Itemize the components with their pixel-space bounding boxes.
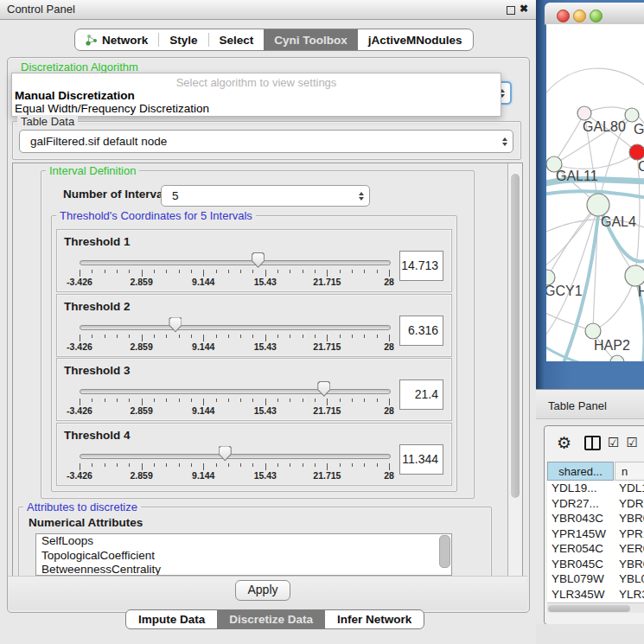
slider-track[interactable] [80,325,391,330]
horizontal-scrollbar[interactable] [547,603,644,613]
slider-tick [252,335,253,338]
slider-thumb[interactable] [219,446,232,462]
checkbox-icon[interactable]: ☑ [608,435,619,450]
network-node-right-mid[interactable] [625,265,644,286]
network-canvas[interactable]: GAL80GACGAL11GAL4GCY1HHAP2 [546,24,644,361]
network-node-bottom-partial[interactable] [610,355,624,361]
slider-tick [117,270,118,273]
table-row[interactable]: YBL079WYBL0 [547,571,644,587]
tab-network[interactable]: Network [75,29,158,50]
tab-cyni-toolbox[interactable]: Cyni Toolbox [264,29,358,50]
threshold-value-field[interactable]: 14.713 [399,251,443,281]
mode-tab-impute-data[interactable]: Impute Data [126,610,217,628]
discretization-algorithm-group-label: Discretization Algorithm [17,61,142,73]
control-panel-tab-bar: NetworkStyleSelectCyni ToolboxjActiveMNo… [74,29,474,51]
horizontal-scrollbar-thumb[interactable] [548,605,630,612]
gear-icon[interactable]: ⚙ [557,435,571,451]
tab-jactivemnodules[interactable]: jActiveMNodules [358,29,473,50]
table-panel-toolbar: ⚙ ☑ ☑ [545,426,644,459]
mode-tab-discretize-data[interactable]: Discretize Data [217,610,325,628]
column-header-shared-name[interactable]: shared... [547,462,614,481]
slider-tick [252,270,253,273]
slider-tick [277,399,278,402]
slider-track[interactable] [80,260,391,265]
attribute-list-item[interactable]: SelfLoops [36,534,451,549]
vertical-scrollbar-thumb[interactable] [511,174,520,498]
network-node-label: H [638,284,644,299]
numerical-attributes-list[interactable]: SelfLoopsTopologicalCoefficientBetweenne… [35,533,452,576]
table-data-combo[interactable]: galFiltered.sif default node [19,130,513,153]
minimize-traffic-light-icon[interactable] [573,10,586,22]
slider-tick [216,399,217,402]
apply-button[interactable]: Apply [235,580,290,601]
network-node-hap2[interactable] [585,323,601,339]
popup-option-equal-width-frequency[interactable]: Equal Width/Frequency Discretization [15,102,209,115]
threshold-value-field[interactable]: 11.344 [399,444,443,475]
close-icon[interactable]: ✖ [520,3,528,15]
close-traffic-light-icon[interactable] [557,10,570,22]
table-panel-title: Table Panel [548,399,607,412]
table-data-group-label: Table Data [17,115,78,128]
slider-tick [80,463,80,470]
control-panel-titlebar: Control Panel ✖ [0,0,536,20]
network-node-selected-red[interactable] [629,144,644,160]
cell-name: YDR2 [619,496,644,512]
slider-tick [327,335,328,341]
checkbox-icon[interactable]: ☑ [627,435,638,450]
zoom-traffic-light-icon[interactable] [590,10,603,22]
tab-label: Select [220,34,254,47]
threshold-label: Threshold 1 [64,235,131,248]
network-node-label: GA [634,122,644,137]
split-columns-icon[interactable] [584,436,601,450]
float-window-icon[interactable] [507,6,515,15]
slider-tick [142,335,143,341]
slider-scale-label: 9.144 [177,470,229,481]
table-row[interactable]: YDR27...YDR2 [547,496,644,512]
cell-shared-name: YLR345W [552,587,605,603]
mode-tab-bar: Impute DataDiscretize DataInfer Network [125,609,424,629]
tab-style[interactable]: Style [159,29,207,50]
slider-tick [252,399,253,402]
slider-scale-label: 2.859 [116,277,168,287]
vertical-scrollbar[interactable] [507,163,522,577]
slider-tick [290,335,290,338]
slider-tick [315,463,316,467]
table-row[interactable]: YLR345WYLR3 [547,587,644,603]
table-row[interactable]: YBR043CYBR0 [547,511,644,526]
slider-tick [105,335,105,338]
slider-tick [117,335,118,338]
threshold-value-field[interactable]: 6.316 [399,316,443,346]
threshold-value-field[interactable]: 21.4 [399,379,443,410]
table-row[interactable]: YPR145WYPR1 [547,526,644,542]
network-node-top-right[interactable] [625,108,639,122]
slider-tick [303,270,303,273]
network-window-titlebar [545,3,644,25]
combo-stepper-icon [497,137,513,146]
attribute-list-item[interactable]: TopologicalCoefficient [36,549,451,564]
column-header-name[interactable]: n [615,462,644,481]
cell-name: YDL1 [619,481,644,496]
attribute-list-item[interactable]: BetweennessCentrality [36,563,451,576]
slider-track[interactable] [80,454,391,459]
table-row[interactable]: YDL19...YDL1 [547,481,644,496]
mode-tab-infer-network[interactable]: Infer Network [325,610,424,628]
table-row[interactable]: YBR045CYBR0 [547,557,644,572]
table-row[interactable]: YER054CYER0 [547,541,644,557]
network-node-gal80[interactable] [577,106,591,120]
number-of-intervals-combo[interactable]: 5 [161,185,370,207]
slider-tick [191,399,192,402]
slider-tick [265,335,266,341]
list-scrollbar[interactable] [439,535,450,568]
table-panel: ⚙ ☑ ☑ shared... n YDL19...YDL1YDR27...YD… [544,425,644,625]
tab-select[interactable]: Select [209,29,265,50]
slider-scale-label: 2.859 [116,341,168,352]
slider-thumb[interactable] [169,317,182,333]
slider-track[interactable] [80,389,391,394]
threshold-panel-2: Threshold 2-3.4262.8599.14415.4321.71528… [56,294,452,357]
slider-tick [364,335,365,338]
popup-option-manual-discretization[interactable]: Manual Discretization [15,89,135,102]
slider-thumb[interactable] [317,381,330,397]
network-node-gal4[interactable] [587,194,609,216]
slider-tick [389,270,390,277]
slider-thumb[interactable] [252,252,265,268]
